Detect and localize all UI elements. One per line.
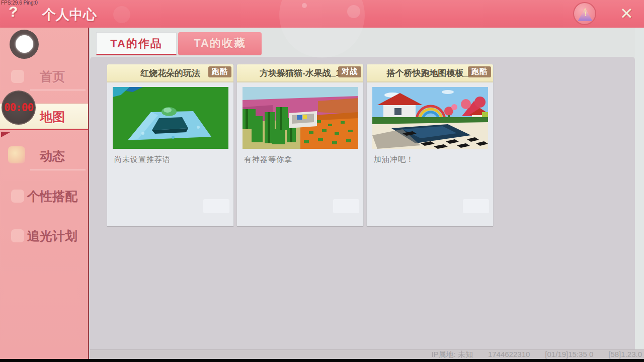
decor-bubble bbox=[347, 5, 360, 18]
top-bar: FPS:29.6 Ping:0 ? 个人中心 ! ✕ bbox=[0, 0, 644, 28]
faded-action-area bbox=[203, 199, 229, 213]
sidebar-item-feed[interactable]: 动态 bbox=[0, 142, 89, 169]
sidebar-item-label: 个性搭配 bbox=[18, 183, 87, 210]
bottom-black-bar bbox=[0, 359, 644, 362]
thumbnail-art-bridge-run bbox=[372, 87, 488, 149]
avatar[interactable] bbox=[10, 30, 39, 59]
map-description: 尚未设置推荐语 bbox=[114, 155, 171, 164]
map-type-badge: 对战 bbox=[338, 66, 361, 77]
personal-center-screen: FPS:29.6 Ping:0 ? 个人中心 ! ✕ 首页 地图 动态 个性搭配 bbox=[0, 0, 644, 362]
map-card[interactable]: 红烧花朵的玩法 bbox=[107, 64, 234, 227]
sidebar-item-label: 动态 bbox=[18, 142, 87, 169]
version: [58]1.23.0 bbox=[608, 350, 642, 359]
map-card-list: 红烧花朵的玩法 bbox=[107, 64, 496, 227]
user-id: 1744622310 bbox=[488, 350, 530, 359]
main-content: TA的作品 TA的收藏 红烧花朵的玩法 bbox=[90, 28, 644, 359]
map-card[interactable]: 搭个桥快跑地图模板_1 bbox=[366, 64, 494, 227]
decor-bubble bbox=[302, 3, 307, 8]
divider bbox=[30, 169, 86, 170]
help-icon[interactable]: ? bbox=[9, 3, 18, 20]
map-thumbnail bbox=[372, 87, 488, 149]
faded-action-area bbox=[333, 199, 359, 213]
thumbnail-art-fruit-battle bbox=[243, 87, 358, 149]
map-type-badge: 跑酷 bbox=[468, 66, 491, 77]
warning-exclamation: ! bbox=[574, 10, 597, 18]
page-title: 个人中心 bbox=[42, 6, 97, 24]
faded-action-area bbox=[463, 199, 489, 213]
close-icon[interactable]: ✕ bbox=[620, 4, 633, 23]
datetime: [01/19]15:35 0 bbox=[545, 350, 593, 359]
sidebar-item-spotlight-plan[interactable]: 追光计划 bbox=[0, 222, 89, 249]
map-type-badge: 跑酷 bbox=[208, 66, 231, 77]
tab-ta-works[interactable]: TA的作品 bbox=[96, 32, 177, 55]
map-description: 有神器等你拿 bbox=[244, 155, 292, 164]
decor-bubble bbox=[113, 6, 130, 23]
thumbnail-art-parkour-pool bbox=[113, 87, 228, 149]
map-description: 加油冲吧！ bbox=[374, 155, 414, 164]
sidebar-item-outfit[interactable]: 个性搭配 bbox=[0, 183, 89, 210]
sidebar-item-label: 首页 bbox=[18, 63, 87, 90]
ip-region: IP属地: 未知 bbox=[431, 350, 473, 359]
map-card[interactable]: 方块躲猫猫-水果战_1 bbox=[236, 64, 364, 227]
tab-ta-favorites[interactable]: TA的收藏 bbox=[178, 32, 262, 55]
report-warning-icon[interactable]: ! bbox=[573, 2, 596, 25]
timer-value: 00:00 bbox=[4, 102, 33, 114]
sidebar: 首页 地图 动态 个性搭配 追光计划 00:00 bbox=[0, 28, 89, 359]
sidebar-item-home[interactable]: 首页 bbox=[0, 63, 89, 90]
scrollbar-track[interactable] bbox=[635, 28, 644, 359]
ribbon-fold bbox=[1, 132, 11, 137]
fps-counter: FPS:29.6 Ping:0 bbox=[1, 0, 38, 6]
avatar-inner bbox=[16, 35, 33, 53]
recording-timer[interactable]: 00:00 bbox=[2, 90, 36, 125]
map-thumbnail bbox=[243, 87, 358, 149]
status-bar: IP属地: 未知 1744622310 [01/19]15:35 0 [58]1… bbox=[431, 350, 642, 359]
sidebar-item-label: 追光计划 bbox=[18, 222, 87, 249]
map-thumbnail bbox=[113, 87, 228, 149]
